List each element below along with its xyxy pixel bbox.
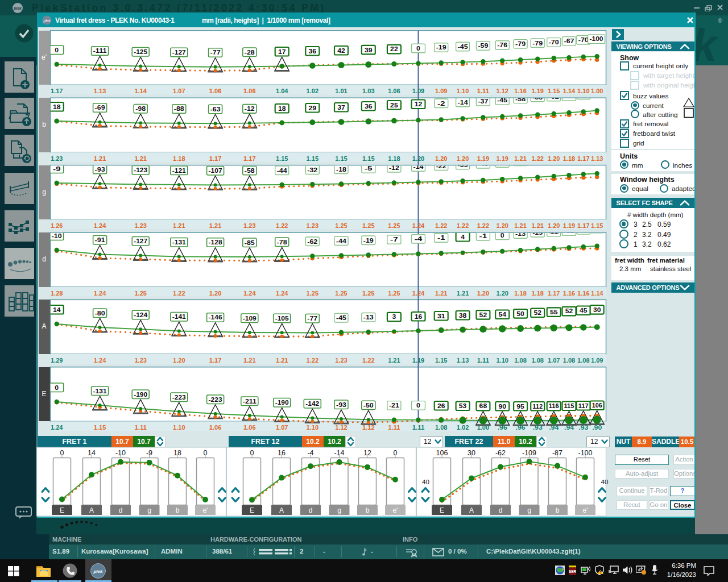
svg-text:E: E bbox=[60, 506, 64, 514]
svg-text:1.22: 1.22 bbox=[173, 289, 185, 297]
svg-text:-28: -28 bbox=[245, 49, 255, 56]
svg-text:52: 52 bbox=[565, 307, 573, 314]
svg-text:1.14: 1.14 bbox=[591, 289, 603, 297]
svg-text:-111: -111 bbox=[93, 47, 107, 54]
svg-text:-146: -146 bbox=[209, 314, 222, 321]
svg-text:53: 53 bbox=[459, 402, 467, 409]
svg-text:1.22: 1.22 bbox=[307, 356, 319, 364]
svg-text:115: 115 bbox=[564, 402, 574, 409]
svg-text:1.04: 1.04 bbox=[276, 87, 288, 95]
svg-text:1.18: 1.18 bbox=[514, 289, 527, 297]
svg-text:1.16: 1.16 bbox=[514, 87, 527, 95]
svg-text:0: 0 bbox=[55, 384, 59, 391]
svg-text:-70: -70 bbox=[578, 36, 589, 43]
svg-text:-1: -1 bbox=[479, 232, 487, 239]
svg-text:22: 22 bbox=[390, 45, 398, 52]
svg-text:-77: -77 bbox=[210, 49, 221, 56]
svg-text:54: 54 bbox=[498, 311, 506, 318]
svg-text:18: 18 bbox=[278, 105, 286, 112]
svg-text:1.24: 1.24 bbox=[412, 289, 425, 297]
svg-text:106: 106 bbox=[592, 402, 602, 409]
svg-text:1.21: 1.21 bbox=[173, 222, 185, 230]
svg-text:-127: -127 bbox=[172, 49, 186, 56]
svg-text:30: 30 bbox=[593, 306, 601, 313]
svg-text:1.18: 1.18 bbox=[388, 155, 400, 163]
svg-text:0: 0 bbox=[204, 449, 208, 457]
svg-text:1.19: 1.19 bbox=[531, 87, 544, 95]
svg-text:1.14: 1.14 bbox=[134, 87, 147, 95]
svg-text:d: d bbox=[499, 506, 503, 514]
svg-text:1.09: 1.09 bbox=[412, 87, 425, 95]
svg-text:1.02: 1.02 bbox=[307, 87, 319, 95]
svg-text:-63: -63 bbox=[210, 106, 221, 113]
svg-text:1.07: 1.07 bbox=[173, 87, 185, 95]
svg-text:1.22: 1.22 bbox=[435, 222, 448, 230]
svg-text:-100: -100 bbox=[578, 449, 592, 457]
svg-text:36: 36 bbox=[309, 48, 317, 55]
svg-text:A: A bbox=[89, 506, 94, 514]
svg-text:1.13: 1.13 bbox=[94, 87, 106, 95]
svg-text:1.25: 1.25 bbox=[388, 289, 400, 297]
svg-text:1.11: 1.11 bbox=[477, 356, 490, 364]
svg-text:-142: -142 bbox=[305, 400, 319, 407]
svg-text:1.18: 1.18 bbox=[531, 289, 544, 297]
svg-text:36: 36 bbox=[365, 103, 373, 110]
svg-text:1.29: 1.29 bbox=[51, 356, 63, 364]
svg-text:-9: -9 bbox=[146, 449, 152, 457]
svg-text:g: g bbox=[527, 506, 531, 514]
svg-text:1.24: 1.24 bbox=[94, 222, 106, 230]
svg-text:-67: -67 bbox=[564, 38, 574, 44]
svg-text:-2: -2 bbox=[437, 100, 445, 107]
svg-text:A: A bbox=[469, 506, 474, 514]
svg-text:1.21: 1.21 bbox=[435, 289, 448, 297]
svg-text:-93: -93 bbox=[336, 401, 346, 408]
svg-text:1.23: 1.23 bbox=[134, 356, 147, 364]
svg-text:-121: -121 bbox=[172, 167, 186, 174]
svg-text:31: 31 bbox=[437, 313, 445, 319]
svg-text:1.15: 1.15 bbox=[276, 155, 288, 163]
svg-text:e': e' bbox=[393, 506, 398, 514]
svg-text:1.13: 1.13 bbox=[591, 155, 603, 163]
svg-text:1.11: 1.11 bbox=[477, 87, 490, 95]
svg-text:1.09: 1.09 bbox=[435, 87, 448, 95]
svg-text:-124: -124 bbox=[134, 311, 148, 318]
svg-text:b: b bbox=[176, 506, 180, 514]
svg-text:14: 14 bbox=[53, 306, 61, 313]
svg-text:-45: -45 bbox=[458, 43, 468, 50]
svg-text:-13: -13 bbox=[363, 314, 374, 321]
svg-text:1.01: 1.01 bbox=[335, 87, 348, 95]
svg-text:1.21: 1.21 bbox=[209, 222, 222, 230]
svg-text:40: 40 bbox=[601, 479, 609, 485]
svg-text:-91: -91 bbox=[95, 236, 105, 243]
svg-text:A: A bbox=[279, 506, 284, 514]
svg-text:1.24: 1.24 bbox=[412, 222, 425, 230]
svg-text:38: 38 bbox=[459, 312, 467, 319]
svg-text:-12: -12 bbox=[245, 105, 255, 112]
svg-text:1.17: 1.17 bbox=[577, 155, 590, 163]
svg-text:1.20: 1.20 bbox=[412, 155, 425, 163]
svg-text:1.25: 1.25 bbox=[335, 222, 348, 230]
svg-text:1.07: 1.07 bbox=[276, 423, 288, 431]
svg-text:1.15: 1.15 bbox=[435, 356, 448, 364]
svg-text:1.21: 1.21 bbox=[514, 222, 527, 230]
svg-text:1.26: 1.26 bbox=[51, 222, 63, 230]
svg-text:1.19: 1.19 bbox=[496, 155, 508, 163]
svg-text:g: g bbox=[147, 506, 151, 514]
svg-text:1.19: 1.19 bbox=[412, 356, 425, 364]
svg-text:-4: -4 bbox=[415, 235, 423, 242]
svg-text:1.23: 1.23 bbox=[335, 356, 348, 364]
svg-text:1.06: 1.06 bbox=[209, 87, 222, 95]
svg-text:-109: -109 bbox=[522, 449, 536, 457]
svg-text:1.20: 1.20 bbox=[435, 155, 448, 163]
svg-text:1.15: 1.15 bbox=[307, 155, 319, 163]
svg-text:-44: -44 bbox=[277, 167, 288, 174]
svg-text:1.21: 1.21 bbox=[243, 356, 256, 364]
svg-text:1.21: 1.21 bbox=[94, 155, 106, 163]
svg-text:1.20: 1.20 bbox=[496, 289, 508, 297]
svg-text:1.24: 1.24 bbox=[243, 289, 256, 297]
svg-text:1.07: 1.07 bbox=[548, 356, 560, 364]
svg-text:-78: -78 bbox=[277, 239, 287, 246]
svg-text:-7: -7 bbox=[390, 236, 398, 243]
svg-text:.90: .90 bbox=[592, 423, 602, 431]
svg-text:90: 90 bbox=[498, 403, 506, 410]
